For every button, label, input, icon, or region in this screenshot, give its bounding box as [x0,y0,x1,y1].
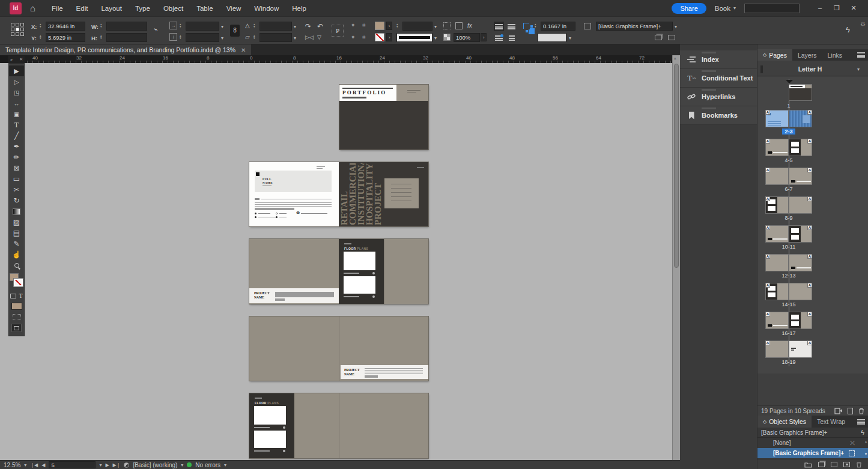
gutter-stepper[interactable]: ▴▾ [535,23,536,28]
page-label[interactable]: 12-13 [757,273,820,279]
preflight-icon[interactable] [124,462,129,468]
close-button[interactable]: ✕ [845,4,862,12]
page-item-12-13[interactable]: A A 12-13 [757,254,824,280]
flip-horizontal-button[interactable]: ▷◁ [305,34,314,40]
rectangle-frame-tool[interactable]: ⊠ [9,163,24,174]
opacity-field[interactable] [454,33,480,42]
corner-options-icon[interactable] [443,22,451,29]
effects-button[interactable]: fx [467,22,472,29]
spread-pages-2-3[interactable]: FULL NAME ☎ [249,162,428,226]
select-container-button[interactable]: ⌖ [351,22,355,29]
page-transition-icon[interactable] [834,408,842,414]
panel-menu-icon[interactable] [857,52,865,58]
height-field[interactable] [106,33,147,42]
page-label[interactable]: 10-11 [757,244,820,250]
tab-layers[interactable]: Layers [792,49,822,61]
vertical-scrollbar[interactable]: ▴ [672,55,680,460]
previous-page-button[interactable]: ◀ [41,462,45,468]
line-tool[interactable]: ╱ [9,130,24,141]
scale-x-field[interactable] [186,22,219,31]
apply-gradient-button[interactable] [13,314,21,319]
tab-object-styles[interactable]: ◇Object Styles [757,416,812,428]
page-label[interactable]: 16-17 [757,330,820,336]
home-icon[interactable]: ⌂ [30,3,35,13]
zoom-tool[interactable] [9,260,24,271]
chevron-down-icon[interactable]: ▾ [294,35,296,41]
menu-view[interactable]: View [220,5,248,12]
scrollbar-thumb[interactable] [674,64,679,268]
scissors-tool[interactable]: ✂ [9,184,24,195]
page-item-1[interactable]: 1 [757,84,824,110]
rotation-stepper[interactable]: ▴▾ [253,23,255,28]
new-page-icon[interactable] [848,408,853,414]
wrap-jump-object-button[interactable] [506,34,517,42]
page-label[interactable]: 1 [757,103,820,109]
selection-tool[interactable]: ▶ [9,65,24,76]
chevron-down-icon[interactable]: ▾ [434,24,437,29]
bookmarks-panel-button[interactable]: Bookmarks [680,106,757,125]
reference-point-grid[interactable] [11,23,24,36]
hyperlinks-panel-button[interactable]: Hyperlinks [680,88,757,106]
gradient-swatch-tool[interactable] [9,206,24,217]
zoom-dropdown-icon[interactable]: ▾ [24,462,26,468]
page-item-18-19[interactable]: A A 18-19 [757,340,824,367]
stroke-swatch[interactable] [14,279,23,286]
page-item-2-3[interactable]: A A 2-3 [757,110,824,136]
index-panel-button[interactable]: Index [680,50,757,69]
select-content-button[interactable]: ⌗ [362,22,366,29]
shear-angle-field[interactable] [259,33,292,42]
menu-type[interactable]: Type [129,5,157,12]
chevron-down-icon[interactable]: ▾ [221,35,223,41]
rotate-cw-button[interactable]: ↷ [305,22,311,31]
document-tab[interactable]: Template Interior Design, PR communicati… [0,44,251,55]
stroke-expand-button[interactable]: › [386,33,392,41]
chevron-down-icon[interactable]: ▾ [675,24,677,29]
menu-window[interactable]: Window [247,5,285,12]
wrap-none-button[interactable] [494,22,504,31]
restore-button[interactable]: ❐ [828,4,845,12]
fill-color-swatch[interactable] [375,22,384,30]
book-dropdown[interactable]: Book▾ [715,5,736,12]
next-page-button[interactable]: ▶ [105,462,109,468]
style-override-icon[interactable] [655,35,662,40]
scale-x-stepper[interactable]: ▴▾ [180,23,181,28]
page-item-10-11[interactable]: A A 10-11 [757,225,824,252]
close-tab-icon[interactable]: ✕ [241,47,246,53]
chevron-down-icon[interactable]: ▾ [569,35,571,41]
menu-object[interactable]: Object [157,5,190,12]
errors-dropdown-icon[interactable]: ▾ [224,462,226,468]
wrap-bounding-box-button[interactable] [506,22,517,31]
menu-table[interactable]: Table [190,5,220,12]
close-panel-icon[interactable]: ✕ [19,57,23,62]
minimize-button[interactable]: – [812,4,828,12]
chevron-down-icon[interactable]: ▾ [294,24,296,29]
opacity-expand-button[interactable]: › [481,33,487,41]
x-stepper[interactable]: ▴▾ [40,23,41,28]
free-transform-tool[interactable]: ↻ [9,195,24,206]
preflight-dropdown-icon[interactable]: ▾ [181,462,183,468]
shear-stepper[interactable]: ▴▾ [253,34,255,39]
color-theme-tool[interactable]: ✎ [9,238,24,249]
y-position-field[interactable] [46,33,85,42]
fill-expand-button[interactable]: › [386,22,392,30]
current-object-style-row[interactable]: [Basic Graphics Frame]+ ϟ [757,428,868,438]
frame-fitting-dropdown[interactable] [538,33,566,42]
note-tool[interactable]: ▤ [9,228,24,238]
master-page-name[interactable]: Letter H [763,65,857,73]
delete-page-trash-icon[interactable] [858,408,864,414]
scale-link-icon[interactable]: 8 [230,25,240,37]
page-item-14-15[interactable]: A A 14-15 [757,283,824,309]
apply-color-button[interactable] [11,303,22,310]
zoom-level[interactable]: 12.5% [4,462,20,468]
page-item-6-7[interactable]: A A 6-7 [757,168,824,194]
scroll-up-icon[interactable]: ▴ [674,56,676,61]
scroll-down-icon[interactable]: ▾ [865,452,867,456]
break-link-style-icon[interactable] [818,462,825,467]
gap-tool[interactable]: ↔ [9,98,24,109]
scroll-up-icon[interactable]: ▴ [865,440,867,444]
direct-selection-tool[interactable]: ▷ [9,76,24,87]
master-page-row[interactable]: Letter H ▾ [757,62,868,76]
spread-page-1[interactable]: PORTFOLIO [339,85,428,150]
style-row-none[interactable]: [None] ⤫ ▴ [757,438,868,448]
formatting-affects-container-button[interactable] [10,294,16,298]
